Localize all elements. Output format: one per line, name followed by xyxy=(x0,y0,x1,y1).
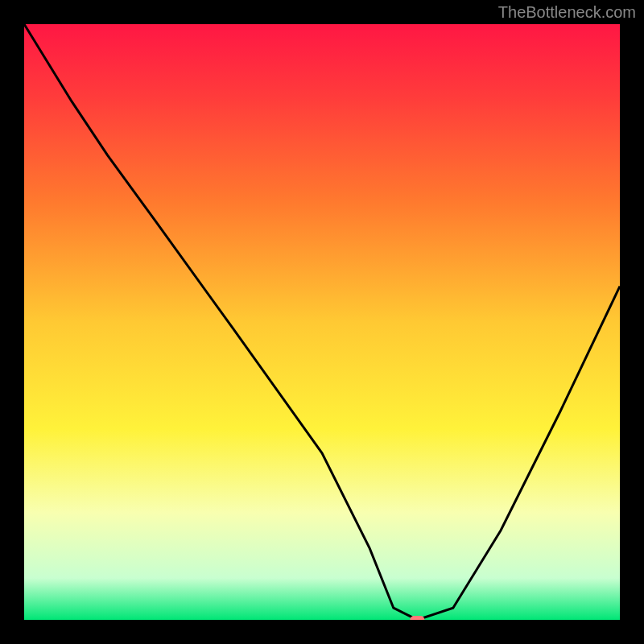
chart-container: { "watermark": "TheBottleneck.com", "cha… xyxy=(0,0,644,644)
plot-area xyxy=(24,24,620,620)
chart-svg xyxy=(24,24,620,620)
heatmap-background xyxy=(24,24,620,620)
watermark-text: TheBottleneck.com xyxy=(498,3,636,22)
optimal-point-marker xyxy=(410,616,424,620)
